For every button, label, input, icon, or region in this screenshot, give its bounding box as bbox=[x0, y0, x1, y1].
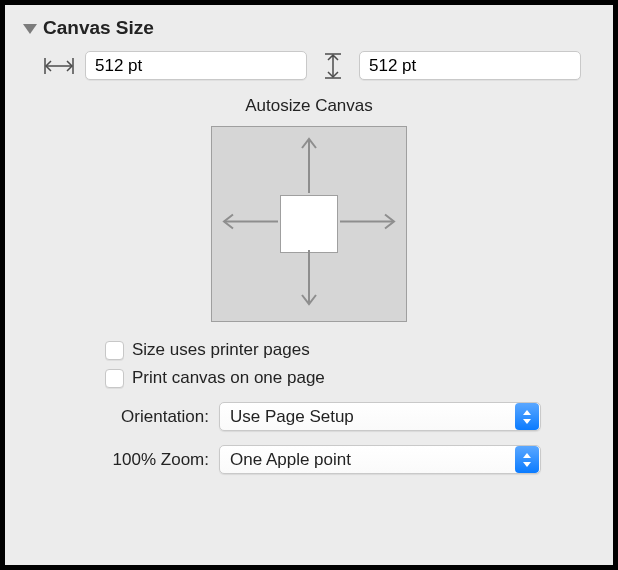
orientation-label: Orientation: bbox=[29, 407, 219, 427]
one-page-row: Print canvas on one page bbox=[105, 368, 589, 388]
canvas-size-panel: Canvas Size bbox=[5, 5, 613, 565]
section-title: Canvas Size bbox=[43, 17, 154, 39]
autosize-label: Autosize Canvas bbox=[29, 96, 589, 116]
height-icon bbox=[317, 53, 349, 79]
popup-arrows-icon bbox=[515, 446, 539, 473]
width-stepper[interactable] bbox=[85, 51, 307, 80]
one-page-checkbox[interactable] bbox=[105, 369, 124, 388]
zoom-row: 100% Zoom: One Apple point bbox=[29, 445, 589, 474]
width-icon bbox=[43, 53, 75, 79]
printer-pages-label: Size uses printer pages bbox=[132, 340, 310, 360]
height-input[interactable] bbox=[360, 52, 581, 79]
zoom-label: 100% Zoom: bbox=[29, 450, 219, 470]
orientation-value: Use Page Setup bbox=[220, 407, 515, 427]
autosize-up-arrow-icon[interactable] bbox=[299, 135, 319, 200]
orientation-popup[interactable]: Use Page Setup bbox=[219, 402, 541, 431]
popup-arrows-icon bbox=[515, 403, 539, 430]
zoom-popup[interactable]: One Apple point bbox=[219, 445, 541, 474]
checkbox-group: Size uses printer pages Print canvas on … bbox=[105, 340, 589, 388]
width-input[interactable] bbox=[86, 52, 307, 79]
disclosure-triangle-icon[interactable] bbox=[23, 24, 37, 34]
autosize-right-arrow-icon[interactable] bbox=[338, 212, 398, 237]
zoom-value: One Apple point bbox=[220, 450, 515, 470]
autosize-center[interactable] bbox=[280, 195, 338, 253]
autosize-down-arrow-icon[interactable] bbox=[299, 248, 319, 313]
printer-pages-row: Size uses printer pages bbox=[105, 340, 589, 360]
section-header[interactable]: Canvas Size bbox=[23, 17, 589, 39]
autosize-control bbox=[211, 126, 407, 322]
orientation-row: Orientation: Use Page Setup bbox=[29, 402, 589, 431]
dimensions-row bbox=[43, 51, 589, 80]
height-stepper[interactable] bbox=[359, 51, 581, 80]
printer-pages-checkbox[interactable] bbox=[105, 341, 124, 360]
one-page-label: Print canvas on one page bbox=[132, 368, 325, 388]
autosize-left-arrow-icon[interactable] bbox=[220, 212, 280, 237]
